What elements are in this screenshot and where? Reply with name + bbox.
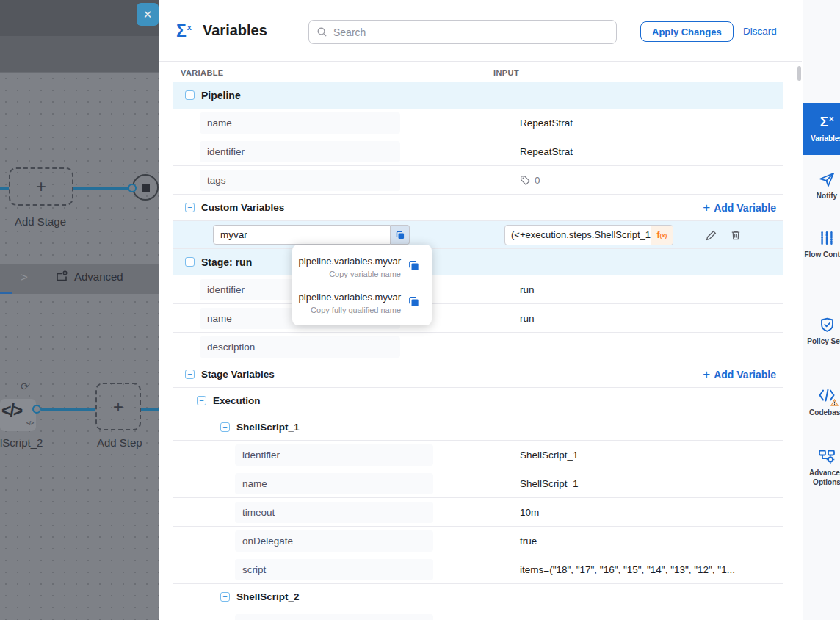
collapse-minus-icon[interactable]: −: [197, 396, 206, 405]
collapse-minus-icon[interactable]: −: [185, 203, 195, 212]
field-value: 0: [520, 166, 540, 195]
custom-variable-row: (<+execution.steps.ShellScript_1.f(x): [173, 221, 783, 249]
tab-advanced[interactable]: Advanced: [56, 270, 123, 283]
copy-icon[interactable]: [408, 295, 420, 311]
scrollbar-thumb[interactable]: [797, 66, 801, 81]
variable-name-box: [213, 225, 410, 245]
collapse-minus-icon[interactable]: −: [185, 370, 195, 379]
apply-changes-button[interactable]: Apply Changes: [640, 21, 734, 42]
discard-button[interactable]: Discard: [743, 26, 777, 37]
sidebar-item-variables[interactable]: ΣxVariables: [803, 103, 840, 155]
variable-value-input[interactable]: (<+execution.steps.ShellScript_1.f(x): [504, 225, 673, 245]
sidebar-item-flow-control[interactable]: Flow Control: [803, 228, 840, 260]
copy-hint: Copy variable name: [299, 270, 401, 278]
copy-fqn-item[interactable]: pipeline.variables.myvar Copy fully qual…: [292, 285, 432, 321]
add-step-label: Add Step: [97, 436, 142, 449]
section-row-pipeline: −Pipeline: [173, 82, 783, 109]
pipeline-canvas-dimmed: ✕ + Add Stage > Advanced ⟳ </> </> + lSc…: [0, 0, 159, 620]
plus-icon: +: [36, 178, 46, 195]
field-label: tags: [200, 170, 400, 191]
right-sidebar: ΣxVariablesNotifyFlow ControlPolicy Sets…: [803, 0, 840, 620]
variable-column-header: VARIABLE: [181, 68, 224, 77]
chevron-right-icon[interactable]: >: [21, 270, 28, 285]
sidebar-item-label: Notify: [803, 192, 840, 201]
collapse-minus-icon[interactable]: −: [220, 592, 230, 602]
page-title: Variables: [203, 22, 267, 39]
variable-name-input[interactable]: [213, 225, 391, 245]
close-icon[interactable]: ✕: [137, 3, 159, 26]
field-row-identifier: identifierShellScript_2: [173, 610, 783, 620]
flow-connector-line: [141, 408, 159, 411]
advanced-options-icon: [803, 447, 840, 466]
section-row-execution: −Execution: [173, 388, 783, 414]
field-value: ShellScript_2: [520, 610, 579, 620]
plus-icon: +: [703, 201, 710, 214]
section-label: Execution: [213, 395, 261, 406]
field-label: identifier: [235, 444, 433, 466]
variables-table: −PipelinenameRepeatStratidentifierRepeat…: [173, 82, 783, 620]
add-variable-label: Add Variable: [714, 369, 776, 381]
add-stage-label: Add Stage: [15, 215, 66, 228]
add-step-node[interactable]: +: [95, 383, 141, 430]
copy-variable-popover: pipeline.variables.myvar Copy variable n…: [292, 245, 432, 325]
edit-variable-button[interactable]: [703, 228, 718, 242]
sidebar-item-label: Advanced Options: [803, 469, 840, 487]
field-row-script: scriptitems=("18", "17", "16", "15", "14…: [173, 555, 783, 584]
flow-connector-line: [41, 408, 95, 411]
field-value: RepeatStrat: [520, 137, 573, 166]
add-variable-button[interactable]: +Add Variable: [703, 368, 776, 381]
codebase-icon: [803, 386, 840, 405]
field-label: identifier: [235, 614, 433, 620]
expression-value: (<+execution.steps.ShellScript_1.: [505, 226, 651, 245]
field-value: run: [520, 304, 535, 333]
flow-control-icon: [803, 228, 840, 248]
sidebar-item-notify[interactable]: Notify: [803, 170, 840, 201]
field-value: 10m: [520, 498, 539, 527]
field-label: onDelegate: [235, 530, 433, 552]
panel-gear-icon: [56, 270, 68, 283]
add-variable-button[interactable]: +Add Variable: [703, 201, 776, 214]
variables-header: Σx Variables Apply Changes Discard: [159, 0, 802, 62]
section-label: ShellScript_1: [236, 422, 300, 433]
stop-icon: [142, 184, 150, 192]
copy-hint: Copy fully qualified name: [299, 306, 401, 314]
add-stage-node[interactable]: +: [9, 167, 73, 206]
field-row-name: namerun: [173, 304, 783, 333]
copy-icon[interactable]: [408, 259, 420, 275]
sidebar-item-codebase[interactable]: Codebase: [803, 386, 840, 418]
collapse-minus-icon[interactable]: −: [185, 257, 195, 267]
field-value: run: [520, 275, 535, 304]
sidebar-item-label: Variables: [803, 134, 840, 144]
sidebar-item-label: Flow Control: [803, 250, 840, 260]
section-row-shellscript-1: −ShellScript_1: [173, 414, 783, 441]
field-value: ShellScript_1: [520, 441, 579, 469]
flow-connector-line: [0, 187, 9, 190]
table-header: VARIABLE INPUT: [159, 62, 802, 82]
sidebar-item-advanced-options[interactable]: Advanced Options: [803, 447, 840, 487]
canvas-dot-grid: [0, 73, 159, 620]
sigma-icon: Σx: [803, 112, 840, 131]
plus-icon: +: [113, 398, 123, 416]
field-row-identifier: identifierRepeatStrat: [173, 137, 783, 166]
collapse-minus-icon[interactable]: −: [220, 422, 230, 432]
field-value: ShellScript_1: [520, 469, 579, 498]
fx-expression-icon[interactable]: f(x): [651, 226, 673, 245]
section-label: ShellScript_2: [236, 591, 300, 602]
copy-icon[interactable]: [391, 225, 410, 245]
copy-variable-name-item[interactable]: pipeline.variables.myvar Copy variable n…: [292, 249, 432, 285]
field-label: name: [200, 112, 400, 134]
pipeline-toolbar: [0, 36, 159, 73]
sidebar-item-label: Policy Sets: [803, 337, 840, 347]
collapse-minus-icon[interactable]: −: [185, 90, 195, 100]
search-input[interactable]: [333, 26, 609, 38]
delete-variable-button[interactable]: [728, 228, 743, 242]
field-row-name: nameShellScript_1: [173, 469, 783, 498]
field-label: timeout: [235, 502, 433, 523]
field-row-identifier: identifierShellScript_1: [173, 441, 783, 469]
field-value: RepeatStrat: [520, 109, 573, 137]
sidebar-item-policy-sets[interactable]: Policy Sets: [803, 315, 840, 347]
section-row-stage-run: −Stage: run: [173, 249, 783, 275]
section-label: Stage Variables: [201, 369, 275, 380]
pipeline-top-bar: [0, 0, 159, 36]
loop-strategy-icon: ⟳: [21, 381, 29, 392]
